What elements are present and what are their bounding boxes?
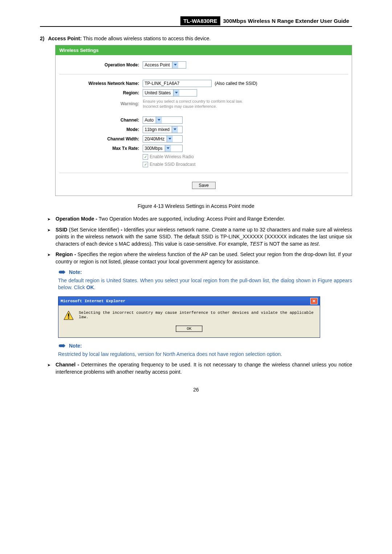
ie-dialog: Microsoft Internet Explorer ✕ Selecting …	[58, 296, 320, 338]
chevron-down-icon	[165, 145, 171, 152]
note1-text2: .	[94, 284, 95, 290]
svg-rect-0	[68, 313, 69, 317]
wireless-settings-panel: Wireless Settings Operation Mode: Access…	[55, 45, 352, 196]
header-model: TL-WA830RE	[180, 16, 220, 25]
bullet-opmode-label: Operation Mode -	[56, 216, 97, 222]
warning-triangle-icon	[64, 311, 74, 320]
mode-select[interactable]: 11bgn mixed	[143, 126, 183, 133]
bullet-ssid-label: SSID	[56, 227, 68, 233]
channel-select[interactable]: Auto	[143, 116, 183, 124]
cw-label: Channel Width:	[59, 136, 143, 141]
region-label: Region:	[59, 90, 143, 95]
save-button[interactable]: Save	[192, 182, 216, 189]
note1-ok: OK	[86, 284, 94, 290]
chk-radio-label: Enable Wireless Radio	[150, 154, 193, 159]
chevron-down-icon	[156, 117, 162, 123]
note-label: Note:	[69, 269, 82, 275]
op-mode-value: Access Point	[144, 62, 170, 67]
chevron-down-icon	[167, 136, 173, 142]
ap-label: Access Point:	[48, 36, 82, 41]
ssid-label: Wireless Network Name:	[59, 81, 143, 86]
header-title: 300Mbps Wireless N Range Extender User G…	[220, 16, 352, 25]
bullet-icon: ➤	[47, 226, 50, 248]
rate-label: Max Tx Rate:	[59, 146, 143, 151]
header-bar: TL-WA830RE 300Mbps Wireless N Range Exte…	[40, 16, 352, 27]
page-number: 26	[40, 387, 352, 393]
bullet-icon: ➤	[47, 216, 50, 223]
bullet-icon: ➤	[47, 251, 50, 265]
figure-caption: Figure 4-13 Wireless Settings in Access …	[40, 203, 352, 209]
region-select[interactable]: United States	[143, 89, 197, 97]
warning-line2: Incorrect settings may cause interferenc…	[143, 104, 348, 109]
dialog-message: Selecting the incorrect country may caus…	[79, 311, 315, 319]
bullet-ssid-t3: .	[319, 241, 320, 247]
hand-point-icon	[58, 343, 66, 349]
note-label: Note:	[69, 343, 82, 349]
channel-value: Auto	[144, 118, 154, 123]
op-mode-select[interactable]: Access Point	[143, 61, 186, 69]
bullet-region-text: Specifies the region where the wireless …	[56, 251, 352, 264]
bullet-region-label: Region -	[56, 251, 76, 257]
ssid-input[interactable]	[143, 80, 212, 87]
hand-point-icon	[58, 269, 66, 275]
checkbox-enable-ssid[interactable]: ✓	[143, 162, 148, 167]
warning-label: Warning:	[59, 101, 143, 106]
region-value: United States	[144, 90, 171, 95]
dialog-ok-button[interactable]: OK	[176, 326, 202, 332]
rate-select[interactable]: 300Mbps	[143, 145, 183, 152]
chevron-down-icon	[172, 62, 178, 68]
list-item-2: 2) Access Point: This mode allows wirele…	[40, 36, 352, 200]
bullet-opmode-text: Two Operation Modes are supported, inclu…	[97, 216, 285, 222]
cw-value: 20/40MHz	[144, 136, 164, 141]
close-icon[interactable]: ✕	[310, 298, 318, 304]
item-number: 2)	[40, 36, 44, 200]
bullet-ssid-em2: test	[310, 241, 319, 247]
channel-width-select[interactable]: 20/40MHz	[143, 135, 183, 143]
bullet-icon: ➤	[47, 361, 50, 376]
chevron-down-icon	[173, 90, 179, 96]
bullet-channel-text: Determines the operating frequency to be…	[56, 362, 352, 375]
bullet-ssid-mid: (Set Service Identifier)	[68, 227, 121, 233]
dialog-title: Microsoft Internet Explorer	[61, 299, 125, 303]
panel-title: Wireless Settings	[56, 45, 352, 55]
bullet-channel-label: Channel -	[56, 362, 79, 368]
chevron-down-icon	[172, 126, 178, 133]
note2-text: Restricted by local law regulations, ver…	[58, 351, 352, 358]
mode-label: Mode:	[59, 127, 143, 132]
warning-line1: Ensure you select a correct country to c…	[143, 99, 348, 104]
bullet-ssid-em1: TEST	[250, 241, 263, 247]
bullet-ssid-t2: is NOT the same as	[263, 241, 310, 247]
svg-rect-1	[68, 317, 69, 319]
checkbox-enable-radio[interactable]: ✓	[143, 154, 148, 160]
mode-value: 11bgn mixed	[144, 127, 170, 132]
chk-ssid-label: Enable SSID Broadcast	[150, 162, 195, 167]
note1-text1: The default region is United States. Whe…	[58, 278, 352, 291]
op-mode-label: Operation Mode:	[59, 62, 143, 67]
ap-text: This mode allows wireless stations to ac…	[83, 36, 211, 41]
rate-value: 300Mbps	[144, 146, 162, 151]
ssid-hint: (Also called the SSID)	[215, 81, 257, 86]
channel-label: Channel:	[59, 118, 143, 123]
